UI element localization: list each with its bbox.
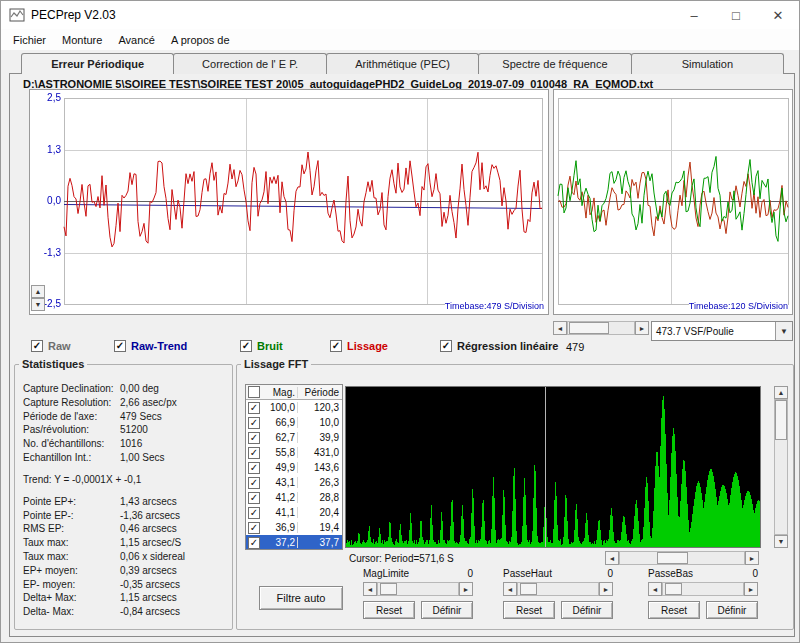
stat-row-capture-declination: Capture Declination:0,00 deg bbox=[23, 382, 229, 396]
fft-frequency-row[interactable]: ✓62,739,9 bbox=[246, 430, 342, 445]
fft-frequency-row[interactable]: ✓49,9143,6 bbox=[246, 460, 342, 475]
filter-slider-passehaut[interactable]: ◄► bbox=[503, 582, 613, 596]
fft-frequency-row[interactable]: ✓66,910,0 bbox=[246, 415, 342, 430]
noise-smoothing-chart[interactable]: Timebase:120 S/Division bbox=[553, 89, 793, 315]
auto-filter-button[interactable]: Filtre auto bbox=[259, 586, 343, 610]
menu-item-fichier[interactable]: Fichier bbox=[5, 31, 54, 49]
fft-frequency-row[interactable]: ✓37,237,7 bbox=[246, 535, 342, 550]
scroll-up-button[interactable]: ▲ bbox=[31, 285, 45, 298]
stat-label: EP+ moyen: bbox=[23, 564, 120, 578]
scroll-down-button[interactable]: ▼ bbox=[31, 298, 45, 311]
header-checkbox[interactable] bbox=[248, 386, 260, 398]
tab-spectre-de-fr-quence[interactable]: Spectre de fréquence bbox=[478, 53, 631, 74]
scroll-left-button[interactable]: ◄ bbox=[503, 582, 517, 596]
reset-button-maglimite[interactable]: Reset bbox=[363, 601, 415, 619]
toggle-r-gression-lin-aire[interactable]: ✓Régression linéaire bbox=[440, 340, 559, 352]
fft-spectrum-canvas[interactable] bbox=[345, 386, 761, 548]
filter-buttons: ResetDéfinir bbox=[363, 601, 473, 619]
define-button-passebas[interactable]: Définir bbox=[706, 601, 758, 619]
scroll-down-button[interactable]: ▼ bbox=[774, 535, 788, 548]
filter-slider-passebas[interactable]: ◄► bbox=[648, 582, 758, 596]
fft-cursor-label: Cursor: Period=571,6 S bbox=[349, 553, 454, 564]
scroll-right-button[interactable]: ► bbox=[745, 551, 759, 565]
scroll-thumb[interactable] bbox=[657, 552, 688, 564]
menu-item-avanc[interactable]: Avancé bbox=[110, 31, 163, 49]
scroll-left-button[interactable]: ◄ bbox=[648, 582, 662, 596]
reset-button-passebas[interactable]: Reset bbox=[648, 601, 700, 619]
fft-period-value: 19,4 bbox=[297, 522, 342, 533]
right-chart-hscrollbar[interactable]: ◄► bbox=[553, 321, 649, 335]
fft-frequency-row[interactable]: ✓43,126,3 bbox=[246, 475, 342, 490]
close-button[interactable]: ✕ bbox=[757, 1, 799, 29]
fft-frequency-row[interactable]: ✓41,120,4 bbox=[246, 505, 342, 520]
checkbox-icon[interactable]: ✓ bbox=[248, 462, 260, 474]
stat-row-taux-max: Taux max:1,15 arcsec/S bbox=[23, 536, 229, 550]
toggle-raw-trend[interactable]: ✓Raw-Trend bbox=[114, 340, 187, 352]
scroll-thumb[interactable] bbox=[775, 400, 787, 440]
scroll-thumb[interactable] bbox=[520, 583, 538, 595]
checkbox-icon[interactable]: ✓ bbox=[248, 417, 260, 429]
scroll-track[interactable] bbox=[662, 582, 744, 596]
minimize-button[interactable]: – bbox=[673, 1, 715, 29]
scroll-right-button[interactable]: ► bbox=[744, 582, 758, 596]
scroll-track[interactable] bbox=[517, 582, 599, 596]
scroll-right-button[interactable]: ► bbox=[599, 582, 613, 596]
checkbox-icon[interactable]: ✓ bbox=[248, 507, 260, 519]
scroll-thumb[interactable] bbox=[380, 583, 398, 595]
fft-spectrum-hscrollbar[interactable]: ◄► bbox=[605, 551, 759, 565]
maximize-button[interactable]: □ bbox=[715, 1, 757, 29]
scroll-left-button[interactable]: ◄ bbox=[363, 582, 377, 596]
scroll-right-button[interactable]: ► bbox=[635, 321, 649, 335]
scroll-up-button[interactable]: ▲ bbox=[774, 386, 788, 399]
define-button-passehaut[interactable]: Définir bbox=[561, 601, 613, 619]
reset-button-passehaut[interactable]: Reset bbox=[503, 601, 555, 619]
menu-item-a-propos-de[interactable]: A propos de bbox=[163, 31, 238, 49]
scroll-track[interactable] bbox=[567, 321, 635, 335]
checkbox-icon[interactable]: ✓ bbox=[248, 477, 260, 489]
checkbox-icon[interactable]: ✓ bbox=[248, 432, 260, 444]
raw-error-chart[interactable]: 2,51,30,0-1,3-2,5 Timebase:479 S/Divisio… bbox=[29, 89, 549, 315]
checkbox-icon[interactable]: ✓ bbox=[248, 537, 260, 549]
vsf-combobox[interactable]: 473.7 VSF/Poulie ▼ bbox=[651, 321, 793, 341]
checkbox-icon[interactable]: ✓ bbox=[248, 522, 260, 534]
scroll-track[interactable] bbox=[774, 399, 788, 535]
menu-item-monture[interactable]: Monture bbox=[54, 31, 110, 49]
fft-frequency-row[interactable]: ✓55,8431,0 bbox=[246, 445, 342, 460]
checkbox-icon[interactable]: ✓ bbox=[114, 340, 126, 352]
checkbox-icon[interactable]: ✓ bbox=[330, 340, 342, 352]
scroll-thumb[interactable] bbox=[665, 583, 683, 595]
fft-table-vscrollbar[interactable]: ▲▼ bbox=[774, 386, 788, 548]
scroll-right-button[interactable]: ► bbox=[459, 582, 473, 596]
checkbox-icon[interactable]: ✓ bbox=[248, 447, 260, 459]
scroll-track[interactable] bbox=[377, 582, 459, 596]
filter-slider-maglimite[interactable]: ◄► bbox=[363, 582, 473, 596]
checkbox-icon[interactable]: ✓ bbox=[248, 402, 260, 414]
stat-value: -0,35 arcsecs bbox=[120, 578, 180, 592]
toggle-bruit[interactable]: ✓Bruit bbox=[240, 340, 283, 352]
fft-frequency-table[interactable]: Mag. Période ✓100,0120,3✓66,910,0✓62,739… bbox=[245, 384, 343, 550]
fft-frequency-row[interactable]: ✓41,228,8 bbox=[246, 490, 342, 505]
checkbox-icon[interactable]: ✓ bbox=[31, 340, 43, 352]
toggle-lissage[interactable]: ✓Lissage bbox=[330, 340, 388, 352]
checkbox-icon[interactable]: ✓ bbox=[248, 492, 260, 504]
scroll-left-button[interactable]: ◄ bbox=[605, 551, 619, 565]
fft-period-value: 20,4 bbox=[297, 507, 342, 518]
chevron-down-icon[interactable]: ▼ bbox=[775, 322, 792, 340]
tab-simulation[interactable]: Simulation bbox=[631, 53, 784, 74]
scroll-left-button[interactable]: ◄ bbox=[553, 321, 567, 335]
define-button-maglimite[interactable]: Définir bbox=[421, 601, 473, 619]
tab-correction-de-l-e-p[interactable]: Correction de l' E P. bbox=[173, 53, 326, 74]
toggle-raw[interactable]: ✓Raw bbox=[31, 340, 71, 352]
checkbox-icon[interactable]: ✓ bbox=[240, 340, 252, 352]
fft-frequency-row[interactable]: ✓36,919,4 bbox=[246, 520, 342, 535]
stat-label: Taux max: bbox=[23, 550, 120, 564]
scroll-track[interactable] bbox=[619, 551, 745, 565]
scroll-thumb[interactable] bbox=[569, 322, 609, 334]
tab-arithm-tique-pec[interactable]: Arithmétique (PEC) bbox=[326, 53, 479, 74]
fft-frequency-row[interactable]: ✓100,0120,3 bbox=[246, 400, 342, 415]
left-chart-vertical-scrollbar[interactable]: ▲▼ bbox=[31, 285, 45, 313]
stat-value: -1,36 arcsecs bbox=[120, 509, 180, 523]
fft-smoothing-panel: Lissage FFT Mag. Période ✓100,0120,3✓66,… bbox=[236, 358, 794, 630]
tab-erreur-p-riodique[interactable]: Erreur Périodique bbox=[21, 53, 174, 74]
checkbox-icon[interactable]: ✓ bbox=[440, 340, 452, 352]
